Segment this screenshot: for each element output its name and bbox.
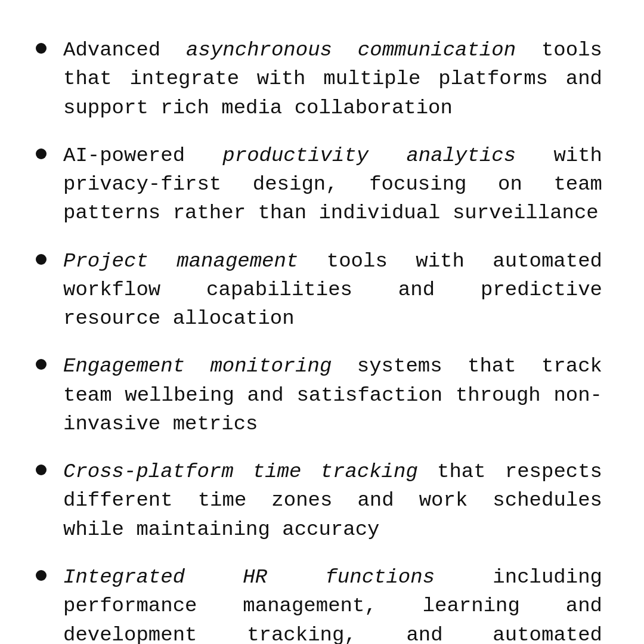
list-item: Project management tools with automated …	[36, 247, 602, 333]
bullet-icon	[36, 359, 47, 370]
list-item-text: Advanced asynchronous communication tool…	[63, 36, 602, 122]
list-item-text: AI-powered productivity analytics with p…	[63, 141, 602, 228]
list-item: Advanced asynchronous communication tool…	[36, 36, 602, 122]
page-wrapper: Advanced asynchronous communication tool…	[0, 0, 644, 644]
bullet-icon	[36, 148, 47, 159]
list-item-text: Engagement monitoring systems that track…	[63, 352, 602, 438]
main-list: Advanced asynchronous communication tool…	[36, 36, 602, 644]
list-item-text: Project management tools with automated …	[63, 247, 602, 333]
list-item-text: Integrated HR functions including perfor…	[63, 563, 602, 644]
bullet-icon	[36, 254, 47, 265]
bullet-icon	[36, 570, 47, 581]
list-item: Engagement monitoring systems that track…	[36, 352, 602, 438]
list-item-text: Cross-platform time tracking that respec…	[63, 457, 602, 544]
list-item: AI-powered productivity analytics with p…	[36, 141, 602, 228]
bullet-icon	[36, 465, 47, 475]
content-area: Advanced asynchronous communication tool…	[0, 0, 644, 644]
bullet-icon	[36, 43, 47, 54]
list-item: Integrated HR functions including perfor…	[36, 563, 602, 644]
list-item: Cross-platform time tracking that respec…	[36, 457, 602, 544]
